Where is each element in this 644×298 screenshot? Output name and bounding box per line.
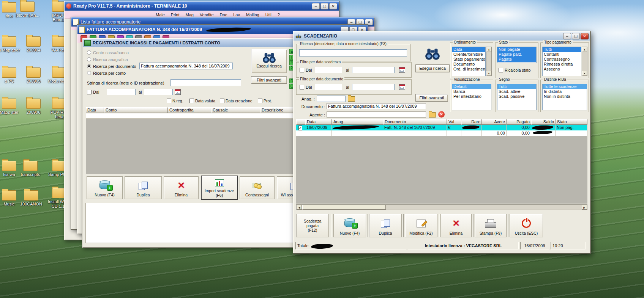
nuovo-button[interactable]: Nuovo (F4) [333, 214, 366, 237]
prot-checkbox[interactable] [258, 99, 262, 103]
list-item[interactable]: Scad. attive [497, 89, 536, 94]
column-header[interactable]: Val [447, 119, 461, 125]
list-item[interactable]: Stato pagamento [452, 57, 485, 62]
calendar-icon[interactable] [399, 84, 405, 90]
desktop-icon[interactable]: 200905 [21, 67, 46, 83]
scroll-down-icon[interactable] [486, 71, 491, 76]
list-item[interactable]: Data [452, 47, 485, 52]
al-date-input[interactable] [144, 89, 173, 95]
menu-item[interactable]: Mag [185, 13, 193, 17]
elimina-button[interactable]: Elimina [440, 214, 472, 237]
column-header[interactable]: Saldo [531, 119, 556, 125]
filtri-avanzati-button[interactable]: Filtri avanzati [415, 94, 448, 102]
menu-item[interactable]: Male [156, 13, 165, 17]
minimize-button[interactable] [563, 33, 571, 39]
duplica-button[interactable]: Duplica [369, 214, 402, 237]
al-scadenza-input[interactable] [352, 67, 395, 73]
data-creazione-checkbox[interactable] [220, 99, 224, 103]
dal-scadenza-input[interactable] [315, 67, 342, 73]
list-item[interactable]: Contrassegno [543, 57, 581, 62]
scroll-down-icon[interactable] [582, 71, 587, 76]
esegui-ricerca-button[interactable]: Esegui ricerca [251, 49, 287, 73]
row-checkbox[interactable] [298, 125, 302, 130]
list-item[interactable]: Non pagate [497, 47, 536, 52]
table-row-selected[interactable]: 16/07/2009 Fatt. N. 348 del 16/07/2009 €… [296, 125, 587, 130]
menu-item[interactable]: Doc [220, 13, 227, 17]
menu-item[interactable]: Mailing [246, 13, 259, 17]
column-header[interactable]: Documento [383, 119, 447, 125]
esegui-ricerca-button[interactable]: Esegui ricerca [415, 64, 450, 72]
list-item[interactable]: Contanti [543, 52, 581, 57]
calendar-icon[interactable] [175, 89, 181, 95]
dal-checkbox[interactable] [87, 90, 92, 94]
list-item[interactable]: Tutte le scadenze [543, 84, 587, 89]
list-item[interactable]: Documento [452, 62, 485, 67]
scadenzario-titlebar[interactable]: SCADENZARIO [294, 31, 590, 41]
column-header[interactable]: Anag. [332, 119, 383, 125]
menu-item[interactable]: Vendite [200, 13, 214, 17]
scadenza-pagata-button[interactable]: Scadenza pagata (F12) [296, 214, 329, 237]
scroll-up-icon[interactable] [486, 47, 491, 52]
radio-ricerca-documento[interactable] [87, 64, 91, 68]
desktop-icon[interactable]: Music [0, 190, 21, 206]
close-button[interactable] [581, 33, 589, 39]
radio-conto-cassa[interactable] [87, 50, 91, 55]
desktop-icon[interactable]: 100CANON [19, 190, 43, 206]
ricalcola-stato-checkbox[interactable] [499, 68, 503, 72]
scroll-left-icon[interactable] [297, 205, 302, 210]
readypro-titlebar[interactable]: Ready Pro V11.7.5 - Amministratore - TER… [65, 2, 339, 11]
desktop-icon[interactable]: transcripts [18, 161, 43, 177]
desktop-icon[interactable]: a PC [0, 67, 21, 83]
desktop-icon[interactable]: a Map ader [0, 36, 21, 52]
list-item[interactable]: Default [452, 84, 491, 89]
column-header[interactable]: Pagato [507, 119, 531, 125]
column-header[interactable]: Contropartita [168, 107, 211, 113]
dal-checkbox[interactable] [300, 85, 304, 89]
calendar-icon[interactable] [399, 67, 405, 73]
list-item[interactable]: In distinta [543, 89, 587, 94]
list-item[interactable]: Non in distinta [543, 94, 587, 99]
menu-item[interactable]: Lav [233, 13, 240, 17]
list-item[interactable]: Banca [452, 89, 491, 94]
list-item[interactable]: Ord. di inserimento [452, 67, 485, 72]
scrollbar[interactable] [582, 47, 587, 76]
list-item[interactable]: Rimessa diretta [543, 62, 581, 67]
nuovo-button[interactable]: Nuovo (F4) [87, 176, 123, 199]
clear-agente-icon[interactable] [438, 111, 445, 118]
documento-field[interactable] [327, 103, 426, 109]
scroll-up-icon[interactable] [582, 47, 587, 52]
ricerca-input[interactable] [299, 49, 407, 56]
stampa-button[interactable]: Stampa (F9) [475, 214, 507, 237]
column-header[interactable]: Data [86, 107, 104, 113]
anag-input[interactable] [317, 96, 346, 102]
list-item[interactable]: Assegno [543, 67, 581, 72]
horizontal-scrollbar[interactable] [296, 204, 587, 210]
list-item[interactable]: Tutti [497, 84, 536, 89]
uscita-button[interactable]: Uscita (ESC) [510, 214, 543, 237]
menu-item[interactable]: Util [265, 13, 271, 17]
minimize-button[interactable] [312, 3, 320, 9]
maximize-button[interactable] [572, 33, 580, 39]
column-header[interactable]: Stato [556, 119, 587, 125]
duplica-button[interactable]: Duplica [125, 176, 162, 199]
close-button[interactable] [329, 3, 337, 9]
nreg-checkbox[interactable] [167, 99, 171, 103]
modifica-button[interactable]: Modifica (F2) [405, 214, 437, 237]
contrassegni-button[interactable]: Contrassegni [240, 176, 275, 199]
list-item[interactable]: Cliente/fornitore [452, 52, 485, 57]
list-item[interactable]: Pagate parz. [497, 52, 536, 57]
dal-documento-input[interactable] [315, 84, 342, 90]
menu-item[interactable]: ? [278, 13, 280, 17]
scrollbar-thumb[interactable] [302, 205, 386, 210]
filtri-avanzati-button[interactable]: Filtri avanzati [251, 76, 287, 84]
scroll-right-icon[interactable] [582, 205, 587, 210]
maximize-button[interactable] [320, 3, 328, 9]
dal-checkbox[interactable] [300, 68, 304, 72]
column-header[interactable]: Avere [482, 119, 507, 125]
column-header[interactable]: Conto [104, 107, 168, 113]
documento-search-field[interactable] [139, 63, 233, 69]
table-row[interactable]: 0,00 0,00 [296, 130, 587, 136]
radio-ricerca-conto[interactable] [87, 71, 91, 75]
data-valuta-checkbox[interactable] [189, 99, 194, 103]
menu-item[interactable]: Print [171, 13, 180, 17]
